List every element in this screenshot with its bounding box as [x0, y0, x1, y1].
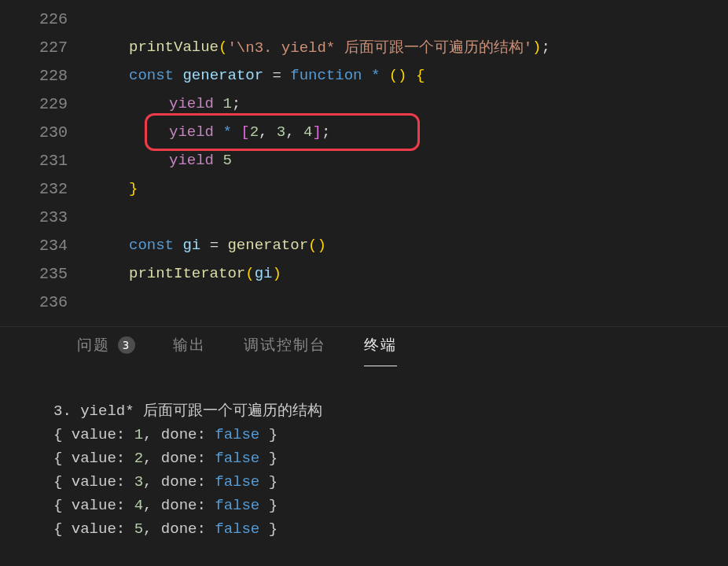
- tab-label: 输出: [173, 335, 206, 355]
- tab-terminal[interactable]: 终端: [364, 335, 397, 358]
- code-line[interactable]: 233: [0, 203, 728, 231]
- code-line[interactable]: 231yield 5: [0, 146, 728, 175]
- line-number: 232: [0, 180, 90, 198]
- tab-problems[interactable]: 问题 3: [77, 335, 135, 358]
- line-number: 236: [0, 293, 90, 311]
- code-content: yield 1;: [90, 95, 241, 112]
- line-number: 234: [0, 237, 90, 255]
- code-line[interactable]: 232}: [0, 175, 728, 203]
- line-number: 228: [0, 67, 90, 85]
- code-content: }: [90, 180, 138, 197]
- code-line[interactable]: 229yield 1;: [0, 90, 728, 118]
- terminal-output[interactable]: 3. yield* 后面可跟一个可遍历的结构 { value: 1, done:…: [0, 366, 728, 541]
- line-number: 229: [0, 95, 90, 113]
- code-content: printValue('\n3. yield* 后面可跟一个可遍历的结构');: [90, 37, 550, 57]
- line-number: 226: [0, 10, 90, 28]
- code-content: yield * [2, 3, 4];: [90, 123, 330, 141]
- code-line[interactable]: 236: [0, 288, 728, 316]
- code-line[interactable]: 228const generator = function * () {: [0, 61, 728, 90]
- code-line[interactable]: 235printIterator(gi): [0, 259, 728, 288]
- tab-debug-console[interactable]: 调试控制台: [244, 335, 326, 358]
- code-line[interactable]: 234const gi = generator(): [0, 231, 728, 259]
- code-line[interactable]: 230yield * [2, 3, 4];: [0, 118, 728, 146]
- tab-output[interactable]: 输出: [173, 335, 206, 358]
- code-line[interactable]: 226: [0, 5, 728, 33]
- panel-tabs: 问题 3 输出 调试控制台 终端: [0, 327, 728, 366]
- code-editor[interactable]: 226227printValue('\n3. yield* 后面可跟一个可遍历的…: [0, 0, 728, 326]
- code-content: const generator = function * () {: [90, 67, 425, 84]
- code-content: const gi = generator(): [90, 237, 326, 254]
- line-number: 231: [0, 152, 90, 170]
- line-number: 230: [0, 123, 90, 142]
- line-number: 233: [0, 208, 90, 226]
- line-number: 235: [0, 265, 90, 283]
- tab-label: 问题: [77, 335, 110, 355]
- code-content: printIterator(gi): [90, 265, 281, 282]
- code-line[interactable]: 227printValue('\n3. yield* 后面可跟一个可遍历的结构'…: [0, 33, 728, 61]
- line-number: 227: [0, 39, 90, 57]
- problems-count-badge: 3: [118, 336, 135, 354]
- tab-label: 调试控制台: [244, 335, 326, 355]
- tab-label: 终端: [364, 335, 397, 355]
- code-content: yield 5: [90, 152, 232, 169]
- bottom-panel: 问题 3 输出 调试控制台 终端 3. yield* 后面可跟一个可遍历的结构 …: [0, 326, 728, 566]
